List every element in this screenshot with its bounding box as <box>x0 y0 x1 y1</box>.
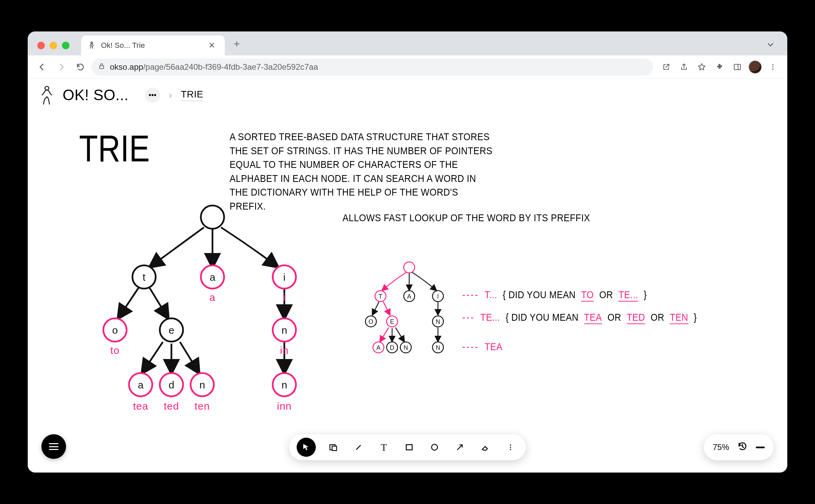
app-name: Ok! So... <box>63 87 129 104</box>
url-text: okso.app/page/56aa240b-f369-4fdb-3ae7-3a… <box>110 62 318 72</box>
svg-rect-60 <box>406 445 412 450</box>
new-tab-button[interactable]: ＋ <box>225 37 249 55</box>
profile-avatar[interactable] <box>747 59 763 75</box>
svg-text:i: i <box>283 292 286 303</box>
svg-text:ted: ted <box>164 400 179 412</box>
svg-point-8 <box>201 205 224 229</box>
page-title: Trie <box>79 127 150 170</box>
rect-tool[interactable] <box>401 439 417 455</box>
svg-text:n: n <box>404 344 408 351</box>
lookup-trie-diagram: t a i o e n a d n n <box>354 260 464 364</box>
drawing-toolbar: T <box>289 434 526 460</box>
eraser-tool[interactable] <box>477 439 493 455</box>
share-icon[interactable] <box>676 59 692 75</box>
url-path: /page/56aa240b-f369-4fdb-3ae7-3a20e592c7… <box>143 62 318 71</box>
bookmark-star-icon[interactable] <box>694 59 710 75</box>
svg-text:d: d <box>169 379 174 390</box>
zoom-bar: 75% <box>704 434 774 460</box>
svg-text:a: a <box>138 379 144 390</box>
tab-title: Ok! So... Trie <box>101 41 201 50</box>
page-subtitle: Allows fast lookup of the word by its pr… <box>342 212 590 224</box>
svg-text:a: a <box>209 292 216 303</box>
breadcrumb-separator-icon: › <box>166 90 175 101</box>
svg-point-4 <box>772 64 774 65</box>
back-button[interactable] <box>34 59 50 75</box>
svg-point-63 <box>510 447 511 448</box>
close-window-button[interactable] <box>37 42 45 49</box>
tabstrip: Ok! So... Trie ✕ ＋ <box>28 31 787 55</box>
frame-tool[interactable] <box>325 439 341 455</box>
svg-text:i: i <box>283 271 286 283</box>
maximize-window-button[interactable] <box>62 42 69 49</box>
zoom-out-button[interactable] <box>756 447 765 448</box>
pencil-tool[interactable] <box>351 439 366 455</box>
svg-point-5 <box>772 66 774 68</box>
dash-icon: --- <box>462 312 475 323</box>
browser-menu-button[interactable] <box>765 59 781 75</box>
lookup-step-2: --- TE... { did you mean tea or ted or t… <box>462 312 697 324</box>
pointer-tool[interactable] <box>297 438 316 457</box>
svg-text:n: n <box>436 344 440 351</box>
svg-text:a: a <box>407 293 411 300</box>
svg-text:to: to <box>110 345 119 356</box>
svg-text:in: in <box>280 345 288 356</box>
minimize-window-button[interactable] <box>50 42 57 49</box>
menu-fab-button[interactable] <box>41 434 66 459</box>
svg-text:e: e <box>390 318 394 325</box>
svg-text:n: n <box>199 379 205 390</box>
dash-icon: ---- <box>462 341 479 353</box>
app-header: Ok! So... ••• › Trie <box>28 79 787 108</box>
forward-button[interactable] <box>53 59 69 75</box>
svg-text:a: a <box>210 271 216 283</box>
svg-text:i: i <box>437 293 439 300</box>
svg-text:ten: ten <box>195 400 210 412</box>
dash-icon: ---- <box>462 289 479 301</box>
svg-point-64 <box>510 449 511 450</box>
circle-tool[interactable] <box>427 439 442 455</box>
svg-text:n: n <box>282 379 287 390</box>
svg-text:o: o <box>112 324 118 336</box>
reload-button[interactable] <box>72 59 89 75</box>
extensions-icon[interactable] <box>711 59 728 75</box>
svg-text:a: a <box>376 344 380 351</box>
sidepanel-icon[interactable] <box>729 59 746 75</box>
more-tools-button[interactable] <box>503 439 518 455</box>
browser-window: Ok! So... Trie ✕ ＋ okso.app/page/56aa240… <box>28 31 787 473</box>
app-logo-icon <box>37 85 56 105</box>
text-tool[interactable]: T <box>376 439 392 455</box>
svg-point-62 <box>510 445 511 446</box>
breadcrumb-menu-button[interactable]: ••• <box>145 88 160 103</box>
canvas[interactable]: Trie a sorted tree-based data structure … <box>28 113 787 473</box>
arrow-tool[interactable] <box>452 439 468 455</box>
url-host: okso.app <box>110 62 143 71</box>
svg-point-61 <box>431 444 437 450</box>
tab-favicon <box>87 41 96 50</box>
toolbar-actions <box>656 59 781 75</box>
svg-text:t: t <box>143 271 146 283</box>
history-icon[interactable] <box>737 441 748 453</box>
svg-text:o: o <box>368 318 373 325</box>
svg-rect-2 <box>734 64 740 70</box>
svg-text:n: n <box>282 324 287 336</box>
svg-text:e: e <box>169 324 174 336</box>
main-trie-diagram: t a i o e n a d n n a i <box>65 202 325 449</box>
address-bar[interactable]: okso.app/page/56aa240b-f369-4fdb-3ae7-3a… <box>91 58 653 76</box>
svg-rect-59 <box>332 446 337 451</box>
lookup-step-3: ---- TEA <box>462 341 502 353</box>
browser-tab[interactable]: Ok! So... Trie ✕ <box>81 36 225 55</box>
svg-text:inn: inn <box>277 400 292 412</box>
lookup-step-1: ---- T... { did you mean to or te... } <box>462 289 647 302</box>
svg-text:d: d <box>390 344 394 351</box>
breadcrumb-current: Trie <box>181 89 203 101</box>
tabs-overflow-button[interactable] <box>760 40 781 55</box>
close-tab-button[interactable]: ✕ <box>206 39 218 52</box>
menu-icon <box>49 443 59 450</box>
svg-text:n: n <box>436 318 440 325</box>
svg-text:tea: tea <box>133 400 148 412</box>
window-controls <box>34 42 74 55</box>
open-external-icon[interactable] <box>658 59 674 75</box>
svg-rect-1 <box>100 66 104 68</box>
zoom-level[interactable]: 75% <box>713 442 729 452</box>
app-viewport: Ok! So... ••• › Trie Trie a sorted tree-… <box>28 79 787 473</box>
svg-point-37 <box>404 262 415 273</box>
